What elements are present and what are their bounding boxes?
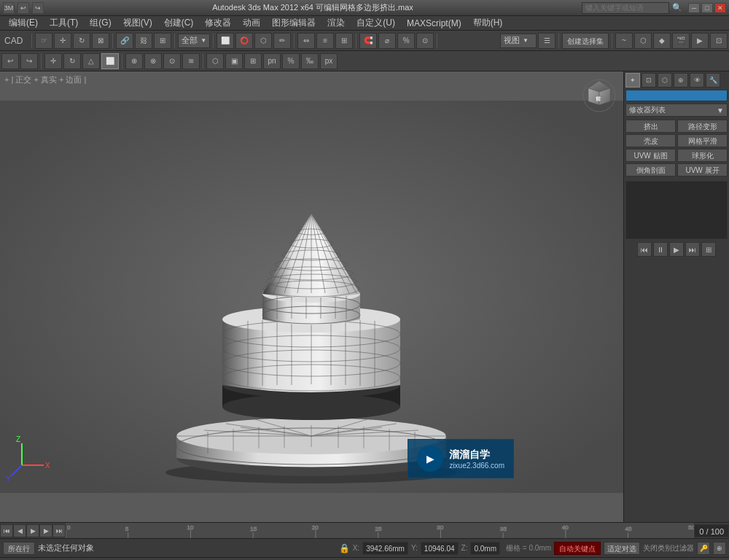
minimize-button[interactable]: ─ [688, 3, 700, 13]
anim-play[interactable]: ▶ [669, 242, 684, 257]
viewport[interactable]: + | 正交 + 真实 + 边面 | [0, 71, 623, 522]
tb2-btn10[interactable]: pn [263, 53, 281, 69]
tl-go-end[interactable]: ⏭ [52, 524, 66, 537]
tb2-btn6[interactable]: ≋ [182, 53, 200, 69]
tb2-btn2[interactable]: ↪ [20, 53, 38, 69]
btn-chamfer[interactable]: 倒角剖面 [625, 163, 676, 176]
key-btn[interactable]: 🔑 [697, 542, 710, 555]
anim-go-start[interactable]: ⏮ [637, 242, 652, 257]
fence-select-btn[interactable]: ⬡ [254, 33, 272, 49]
lock-icon[interactable]: 🔒 [339, 543, 350, 553]
frame-counter[interactable]: 0 / 100 [694, 524, 729, 537]
move-tool-btn[interactable]: ✛ [54, 33, 71, 49]
tb2-rotate-btn[interactable]: ↻ [63, 53, 81, 69]
view-dropdown[interactable]: 视图 ▼ [500, 34, 537, 48]
tb2-btn1[interactable]: ↩ [1, 53, 19, 69]
lasso-select-btn[interactable]: ✏ [273, 33, 291, 49]
btn-push[interactable]: 挤出 [625, 120, 676, 133]
menu-maxscript[interactable]: MAXScript(M) [401, 18, 467, 29]
unlink-tool-btn[interactable]: ⛓ [135, 33, 152, 49]
tb2-scale-btn[interactable]: △ [82, 53, 100, 69]
anim-next-frame[interactable]: ⏭ [685, 242, 700, 257]
tb2-btn8[interactable]: ▣ [225, 53, 243, 69]
btn-uvw-unwrap[interactable]: UVW 展开 [677, 163, 728, 176]
x-coord[interactable]: 3942.66mm [362, 542, 408, 555]
render-last-btn[interactable]: ⊡ [710, 33, 728, 49]
tl-go-start[interactable]: ⏮ [0, 524, 13, 537]
selection-mode-btn[interactable]: 所在行 [3, 542, 35, 555]
mirror-btn[interactable]: ⇔ [297, 33, 315, 49]
tb2-btn13[interactable]: px [320, 53, 338, 69]
undo-icon[interactable]: ↩ [17, 2, 29, 14]
btn-shell[interactable]: 壳皮 [625, 134, 676, 147]
menu-group[interactable]: 组(G) [84, 16, 117, 30]
tb2-select-btn[interactable]: ⬜ [101, 53, 119, 69]
menu-animation[interactable]: 动画 [237, 16, 266, 30]
btn-spherify[interactable]: 球形化 [677, 149, 728, 162]
menu-edit[interactable]: 编辑(E) [3, 16, 44, 30]
schematic-btn[interactable]: ⬡ [634, 33, 652, 49]
menu-tools[interactable]: 工具(T) [44, 16, 84, 30]
align-btn[interactable]: ≡ [316, 33, 334, 49]
redo-icon[interactable]: ↪ [32, 2, 44, 14]
timeline-scrubber[interactable]: 0 5 10 15 20 25 30 35 40 45 50 [66, 523, 694, 538]
rp-display-icon[interactable]: 👁 [690, 73, 704, 88]
rp-create-icon[interactable]: ✦ [625, 73, 640, 88]
render-setup-btn[interactable]: 🎬 [672, 33, 690, 49]
modifier-list-dropdown[interactable]: 修改器列表 ▼ [625, 104, 728, 117]
circle-select-btn[interactable]: ⭕ [235, 33, 253, 49]
menu-customize[interactable]: 自定义(U) [351, 16, 401, 30]
btn-path-deform[interactable]: 路径变形 [677, 120, 728, 133]
maximize-button[interactable]: □ [701, 3, 713, 13]
close-button[interactable]: ✕ [714, 3, 726, 13]
snap-toggle-btn[interactable]: 🧲 [359, 33, 377, 49]
tl-prev-key[interactable]: ◀ [13, 524, 26, 537]
material-editor-btn[interactable]: ◆ [653, 33, 671, 49]
rp-modify-icon[interactable]: ⊡ [642, 73, 656, 88]
selection-filter-dropdown[interactable]: 全部 ▼ [178, 34, 210, 48]
anim-go-end[interactable]: ⊞ [701, 242, 716, 257]
anim-prev-frame[interactable]: ⏸ [653, 242, 668, 257]
tb2-btn3[interactable]: ⊕ [125, 53, 143, 69]
tb2-btn12[interactable]: ‰ [301, 53, 319, 69]
tb2-btn9[interactable]: ⊞ [244, 53, 262, 69]
spinner-snap-btn[interactable]: ⊙ [416, 33, 434, 49]
autokey-btn[interactable]: 自动关键点 [554, 542, 601, 555]
link-tool-btn[interactable]: 🔗 [116, 33, 133, 49]
tb2-btn5[interactable]: ⊙ [163, 53, 181, 69]
tb2-btn7[interactable]: ⬡ [206, 53, 224, 69]
tl-next-key[interactable]: ▶ [39, 524, 52, 537]
setkey-btn[interactable]: 适定对选 [604, 542, 640, 555]
menu-modifier[interactable]: 修改器 [199, 16, 237, 30]
btn-mesh-smooth[interactable]: 网格平滑 [677, 134, 728, 147]
bind-tool-btn[interactable]: ⊞ [154, 33, 171, 49]
menu-create[interactable]: 创建(C) [158, 16, 200, 30]
y-coord[interactable]: 10946.04 [421, 542, 459, 555]
z-coord[interactable]: 0.0mm [470, 542, 500, 555]
curve-editor-btn[interactable]: ~ [615, 33, 633, 49]
angle-snap-btn[interactable]: ⌀ [378, 33, 396, 49]
rect-select-btn[interactable]: ⬜ [217, 33, 234, 49]
rp-motion-icon[interactable]: ⊕ [674, 73, 688, 88]
tb2-move-btn[interactable]: ✛ [44, 53, 62, 69]
named-selections-btn[interactable]: ☰ [538, 33, 555, 49]
tb2-btn4[interactable]: ⊗ [144, 53, 162, 69]
search-input[interactable] [582, 2, 669, 14]
build-selection-btn[interactable]: 创建选择集 [562, 33, 609, 49]
rp-utilities-icon[interactable]: 🔧 [706, 73, 720, 88]
render-btn[interactable]: ▶ [691, 33, 709, 49]
array-btn[interactable]: ⊞ [335, 33, 353, 49]
time-tag-btn[interactable]: ⊕ [713, 542, 726, 555]
color-swatch[interactable] [625, 90, 728, 101]
menu-help[interactable]: 帮助(H) [467, 16, 509, 30]
btn-uvw-map[interactable]: UVW 贴图 [625, 149, 676, 162]
rotate-tool-btn[interactable]: ↻ [73, 33, 90, 49]
tl-play[interactable]: ▶ [26, 524, 39, 537]
percent-snap-btn[interactable]: % [397, 33, 415, 49]
menu-render[interactable]: 渲染 [321, 16, 351, 30]
menu-view[interactable]: 视图(V) [117, 16, 158, 30]
menu-graph-editor[interactable]: 图形编辑器 [266, 16, 321, 30]
rp-hierarchy-icon[interactable]: ⬡ [658, 73, 672, 88]
tb2-btn11[interactable]: % [282, 53, 300, 69]
scale-tool-btn[interactable]: ⊠ [92, 33, 109, 49]
